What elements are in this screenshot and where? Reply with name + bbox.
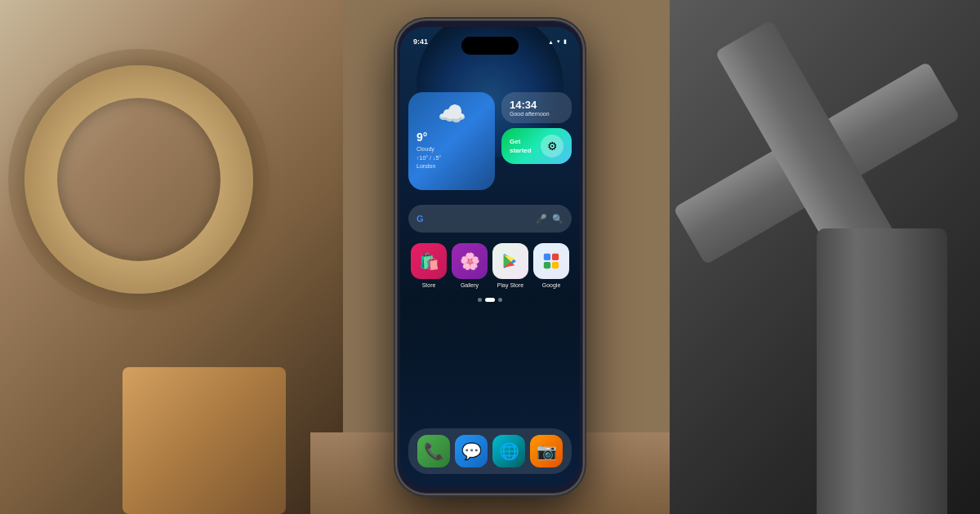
wood-small-piece: [122, 367, 286, 514]
weather-range: ↑10° / ↓5°: [416, 155, 441, 161]
page-dot-1: [478, 298, 482, 302]
dynamic-island: [461, 37, 519, 55]
dock-camera-icon[interactable]: 📷: [530, 435, 563, 467]
clock-time: 14:34: [510, 99, 564, 111]
playstore-svg-icon: [501, 252, 519, 270]
wifi-icon: ▾: [557, 38, 560, 45]
get-started-label: Getstarted: [510, 137, 532, 155]
svg-rect-2: [544, 262, 550, 268]
clock-greeting: Good afternoon: [510, 111, 564, 117]
svg-rect-1: [552, 254, 559, 260]
phone-device: 9:41 ▲ ▾ ▮ ☁️ 9° Cloudy: [397, 20, 583, 494]
playstore-app-icon: [492, 243, 528, 279]
weather-description: Cloudy ↑10° / ↓5° London: [416, 145, 487, 171]
widgets-area: ☁️ 9° Cloudy ↑10° / ↓5° London 14: [408, 92, 572, 190]
status-time: 9:41: [413, 38, 428, 46]
battery-icon: ▮: [564, 38, 567, 45]
app-item-google[interactable]: Google: [533, 243, 569, 288]
google-g-icon: G: [416, 214, 424, 224]
weather-cloud-icon: ☁️: [416, 100, 487, 127]
dock-phone-icon[interactable]: 📞: [417, 435, 450, 467]
screen-content: 9:41 ▲ ▾ ▮ ☁️ 9° Cloudy: [400, 27, 580, 487]
app-item-playstore[interactable]: Play Store: [492, 243, 528, 288]
get-started-icon: ⚙: [541, 135, 564, 157]
google-app-label: Google: [542, 282, 561, 288]
phone-screen: 9:41 ▲ ▾ ▮ ☁️ 9° Cloudy: [400, 27, 580, 487]
google-app-icon: [533, 243, 569, 279]
store-app-label: Store: [422, 282, 436, 288]
dock-messages-icon[interactable]: 💬: [455, 435, 488, 467]
gallery-app-label: Gallery: [461, 282, 479, 288]
playstore-app-label: Play Store: [497, 282, 523, 288]
google-svg-icon: [542, 252, 560, 270]
dock: 📞 💬 🌐 📷: [408, 428, 572, 474]
app-item-store[interactable]: 🛍️ Store: [411, 243, 447, 288]
microphone-icon[interactable]: 🎤: [536, 214, 547, 224]
svg-rect-3: [552, 262, 559, 268]
gallery-app-icon: 🌸: [452, 243, 488, 279]
svg-rect-0: [544, 254, 550, 260]
weather-condition: Cloudy: [416, 146, 434, 152]
weather-location: London: [416, 163, 435, 169]
right-widgets: 14:34 Good afternoon Getstarted ⚙: [501, 92, 572, 190]
dock-browser-icon[interactable]: 🌐: [492, 435, 525, 467]
app-grid: 🛍️ Store 🌸 Gallery: [408, 243, 572, 288]
weather-temperature: 9°: [416, 131, 487, 144]
phone-wrapper: 9:41 ▲ ▾ ▮ ☁️ 9° Cloudy: [392, 0, 588, 514]
store-app-icon: 🛍️: [411, 243, 447, 279]
page-dot-2-active: [485, 298, 495, 302]
lens-icon[interactable]: 🔍: [552, 214, 564, 224]
status-icons: ▲ ▾ ▮: [548, 38, 567, 45]
app-item-gallery[interactable]: 🌸 Gallery: [452, 243, 488, 288]
page-dots: [400, 298, 580, 302]
wood-ring-decoration: [24, 65, 253, 294]
cylinder-decoration: [817, 228, 947, 514]
search-bar[interactable]: G 🎤 🔍: [408, 205, 572, 233]
clock-widget[interactable]: 14:34 Good afternoon: [501, 92, 572, 123]
get-started-widget[interactable]: Getstarted ⚙: [501, 128, 572, 164]
weather-widget[interactable]: ☁️ 9° Cloudy ↑10° / ↓5° London: [408, 92, 495, 190]
signal-icon: ▲: [548, 39, 554, 45]
page-dot-3: [498, 298, 502, 302]
